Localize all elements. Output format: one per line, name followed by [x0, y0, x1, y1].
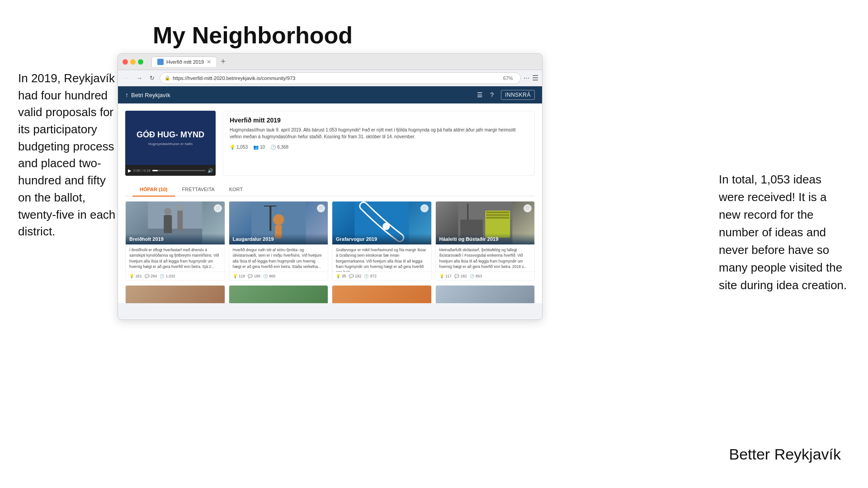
- groups-count: 10: [260, 145, 265, 150]
- hamburger-icon[interactable]: ☰: [477, 91, 483, 99]
- mini-card-4[interactable]: [435, 285, 535, 303]
- video-subtitle: Hugmyndasöfnunin er hafin: [148, 142, 193, 146]
- login-button[interactable]: INNSKRÁ: [501, 90, 535, 100]
- grafarvogur-comments: 💬 182: [349, 274, 362, 278]
- laugardalur-comments: 💬 189: [248, 274, 260, 278]
- card-grafarvogur-name: Grafarvogur 2019: [336, 236, 428, 242]
- refresh-button[interactable]: ↻: [147, 73, 157, 83]
- card-grafarvogur-desc: Grafarvogur er mikil hverfavinund og lít…: [332, 244, 431, 272]
- card-haaleiti-overlay: Háaleiti og Bústaðir 2019: [436, 234, 535, 244]
- haaleiti-ideas: 💡 117: [439, 274, 452, 278]
- svg-point-3: [164, 208, 171, 215]
- tab-bar: Hverfið mitt 2019 ✕ +: [151, 56, 538, 67]
- new-tab-button[interactable]: +: [219, 57, 227, 66]
- card-breidhholt-stats: 💡 161 💬 284 🕐 1,032: [126, 272, 225, 280]
- card-laugardalur-stats: 💡 118 💬 189 🕐 966: [229, 272, 328, 280]
- card-haaleiti-heart[interactable]: ♡: [524, 204, 532, 212]
- tab-groups[interactable]: HÓPAR (10): [132, 183, 175, 197]
- neighborhood-cards-row2: [118, 285, 542, 303]
- svg-rect-4: [177, 211, 183, 231]
- svg-rect-15: [486, 211, 509, 213]
- minimize-button[interactable]: [130, 59, 136, 65]
- menu-button[interactable]: ☰: [532, 74, 538, 82]
- site-navbar: ↑ Betri Reykjavík ☰ ? INNSKRÁ: [118, 86, 542, 103]
- nav-right: ☰ ? INNSKRÁ: [477, 90, 535, 100]
- grafarvogur-ideas: 💡 95: [336, 274, 346, 278]
- video-controls: ▶ 0:00 / 0:19 🔊: [125, 165, 216, 176]
- mini-card-2[interactable]: [229, 285, 329, 303]
- active-tab[interactable]: Hverfið mitt 2019 ✕: [151, 56, 217, 67]
- info-card-title: Hverfið mitt 2019: [230, 117, 528, 124]
- close-button[interactable]: [123, 59, 128, 65]
- video-thumbnail: GÓÐ HUG- MYND Hugmyndasöfnunin er hafin: [125, 111, 216, 165]
- video-time: 0:00 / 0:19: [133, 169, 151, 173]
- bottom-brand-label: Better Reykjavík: [729, 446, 841, 463]
- maximize-button[interactable]: [138, 59, 143, 65]
- groups-icon: 👥: [253, 145, 259, 150]
- tab-news[interactable]: FRÉTTAVEITA: [175, 183, 222, 197]
- video-title: GÓÐ HUG- MYND: [137, 130, 204, 140]
- card-grafarvogur-image: Grafarvogur 2019 ♡: [332, 202, 431, 244]
- card-laugardalur[interactable]: Laugardalur 2019 ♡ Hverfið dregur nafn s…: [229, 201, 329, 281]
- tab-map[interactable]: KORT: [222, 183, 250, 197]
- page-title: My Neighborhood: [153, 22, 353, 49]
- mini-card-1[interactable]: [125, 285, 225, 303]
- svg-rect-2: [164, 215, 172, 233]
- card-grafarvogur[interactable]: Grafarvogur 2019 ♡ Grafarvogur er mikil …: [332, 201, 432, 281]
- ideas-count: 1,053: [236, 145, 248, 150]
- hero-section: GÓÐ HUG- MYND Hugmyndasöfnunin er hafin …: [118, 103, 542, 183]
- card-haaleiti[interactable]: Háaleiti og Bústaðir 2019 ♡ Metnaðarfull…: [435, 201, 535, 281]
- card-laugardalur-heart[interactable]: ♡: [317, 204, 325, 212]
- forward-button[interactable]: →: [134, 73, 144, 83]
- mini-card-3[interactable]: [332, 285, 432, 303]
- back-button[interactable]: ←: [122, 73, 132, 83]
- breidhholt-ideas: 💡 161: [129, 274, 142, 278]
- tab-close-icon[interactable]: ✕: [207, 59, 211, 65]
- info-card: Hverfið mitt 2019 Hugmyndasöfnun lauk 9.…: [223, 111, 535, 176]
- breidhholt-views: 🕐 1,032: [160, 274, 175, 278]
- left-body-text: In 2019, Reykjavík had four hundred vali…: [18, 70, 118, 240]
- card-laugardalur-name: Laugardalur 2019: [233, 236, 325, 242]
- card-haaleiti-image: Háaleiti og Bústaðir 2019 ♡: [436, 202, 535, 244]
- haaleiti-views: 🕐 863: [470, 274, 482, 278]
- views-stat: 🕐 6,368: [270, 145, 288, 150]
- info-card-stats: 💡 1,053 👥 10 🕐 6,368: [230, 145, 528, 150]
- svg-point-9: [273, 214, 284, 225]
- svg-rect-19: [467, 204, 468, 220]
- volume-icon[interactable]: 🔊: [208, 168, 213, 173]
- card-laugardalur-image: Laugardalur 2019 ♡: [229, 202, 328, 244]
- laugardalur-ideas: 💡 118: [233, 274, 245, 278]
- help-icon[interactable]: ?: [490, 91, 494, 99]
- traffic-lights: [123, 59, 143, 65]
- card-haaleiti-desc: Metnaðarfullt skólastarf, íþróttafélög o…: [436, 244, 535, 272]
- play-button[interactable]: ▶: [128, 168, 132, 173]
- card-laugardalur-desc: Hverfið dregur nafn sitt af stóru íþrótt…: [229, 244, 328, 272]
- tab-favicon: [157, 59, 164, 65]
- video-progress-bar[interactable]: [152, 170, 206, 171]
- card-breidhholt-overlay: Breiðholt 2019: [126, 234, 225, 244]
- tab-title: Hverfið mitt 2019: [166, 59, 204, 65]
- browser-window: Hverfið mitt 2019 ✕ + ← → ↻ 🔒 https://hv…: [118, 53, 542, 320]
- site-content: ↑ Betri Reykjavík ☰ ? INNSKRÁ GÓÐ HUG- M…: [118, 86, 542, 303]
- svg-rect-16: [486, 214, 509, 216]
- logo-arrow-icon: ↑: [125, 91, 128, 99]
- browser-titlebar: Hverfið mitt 2019 ✕ +: [118, 54, 542, 70]
- right-body-text: In total, 1,053 ideas were received! It …: [719, 171, 850, 294]
- svg-point-5: [177, 205, 183, 210]
- neighborhood-cards-row1: Breiðholt 2019 ♡ Í Breiðholti er öflugt …: [118, 197, 542, 285]
- card-breidhholt[interactable]: Breiðholt 2019 ♡ Í Breiðholti er öflugt …: [125, 201, 225, 281]
- video-card: GÓÐ HUG- MYND Hugmyndasöfnunin er hafin …: [125, 111, 216, 176]
- haaleiti-comments: 💬 182: [454, 274, 467, 278]
- video-progress-fill: [152, 170, 158, 171]
- card-breidhholt-name: Breiðholt 2019: [129, 236, 221, 242]
- url-text: https://hverfid-mitt-2020.betrireykjavik…: [173, 75, 295, 81]
- site-logo[interactable]: ↑ Betri Reykjavík: [125, 91, 170, 99]
- grafarvogur-views: 🕐 872: [364, 274, 377, 278]
- more-options-button[interactable]: ···: [524, 74, 529, 82]
- card-haaleiti-name: Háaleiti og Bústaðir 2019: [439, 236, 531, 242]
- site-logo-label: Betri Reykjavík: [131, 92, 170, 99]
- zoom-level: 67%: [503, 75, 516, 81]
- address-bar[interactable]: 🔒 https://hverfid-mitt-2020.betrireykjav…: [160, 72, 521, 84]
- card-grafarvogur-heart[interactable]: ♡: [420, 204, 429, 212]
- card-breidhholt-heart[interactable]: ♡: [214, 204, 222, 212]
